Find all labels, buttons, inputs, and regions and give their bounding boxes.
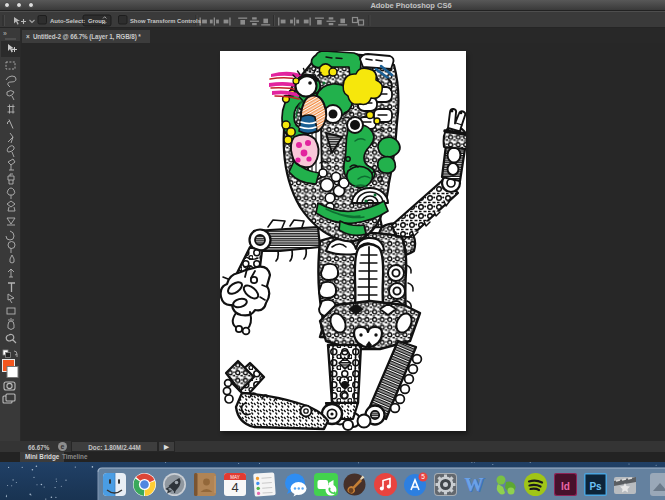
svg-text:Ps: Ps [589, 481, 602, 492]
svg-text:»: » [3, 30, 7, 37]
svg-text:W: W [465, 474, 484, 495]
svg-text:4: 4 [231, 480, 238, 495]
svg-text:5: 5 [421, 473, 425, 480]
svg-text:MAY: MAY [230, 475, 239, 480]
svg-text:Id: Id [561, 481, 570, 492]
